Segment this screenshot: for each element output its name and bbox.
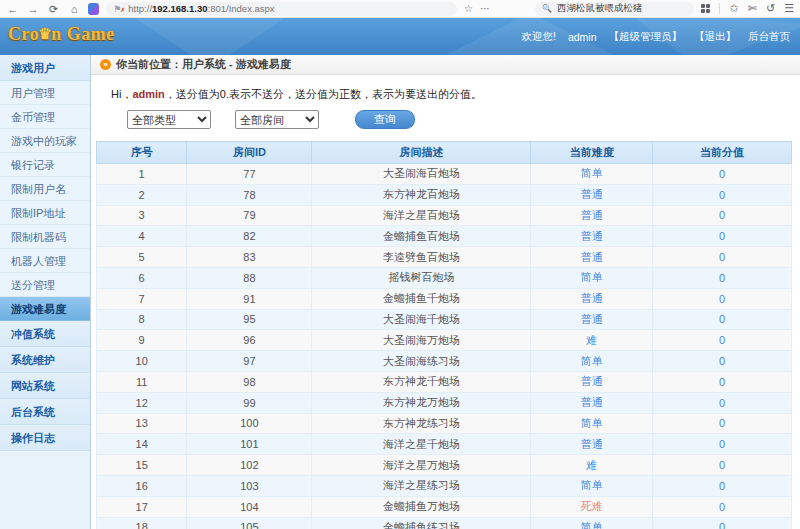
cell-score[interactable]: 0 xyxy=(652,496,791,517)
cell-serial: 7 xyxy=(97,288,187,309)
apps-grid-icon[interactable] xyxy=(701,4,711,14)
more-icon[interactable]: ⋯ xyxy=(480,3,490,14)
cell-score[interactable]: 0 xyxy=(652,309,791,330)
page: ← → ⟳ ⌂ ⚑ ✗ http://192.168.1.30:801/Inde… xyxy=(0,0,800,529)
sidebar-item-4[interactable]: 游戏中的玩家 xyxy=(0,129,90,153)
sidebar-item-10[interactable]: 送分管理 xyxy=(0,273,90,297)
cell-room-desc: 大圣闹海万炮场 xyxy=(312,330,531,351)
sidebar-item-7[interactable]: 限制IP地址 xyxy=(0,201,90,225)
table-row: 895大圣闹海千炮场普通0 xyxy=(97,309,792,330)
sidebar-item-15[interactable]: 后台系统 xyxy=(0,399,90,425)
cell-difficulty[interactable]: 普通 xyxy=(531,434,653,455)
cell-score[interactable]: 0 xyxy=(652,288,791,309)
bookmark-star-icon[interactable]: ☆ xyxy=(464,3,473,14)
table-row: 13100东方神龙练习场简单0 xyxy=(97,413,792,434)
table-row: 996大圣闹海万炮场难0 xyxy=(97,330,792,351)
scissors-icon[interactable]: ✄ xyxy=(748,2,757,15)
cell-difficulty[interactable]: 普通 xyxy=(531,288,653,309)
cell-difficulty[interactable]: 简单 xyxy=(531,267,653,288)
cell-score[interactable]: 0 xyxy=(652,475,791,496)
browser-action-icons: ✩ ✄ ↺ ☰ xyxy=(701,2,794,15)
sidebar-item-11[interactable]: 游戏难易度 xyxy=(0,297,90,321)
main-panel: » 你当前位置：用户系统 - 游戏难易度 Hi，admin，送分值为0.表示不送… xyxy=(91,55,800,529)
cell-difficulty[interactable]: 普通 xyxy=(531,205,653,226)
cell-score[interactable]: 0 xyxy=(652,330,791,351)
menu-icon[interactable]: ☰ xyxy=(784,2,794,15)
table-row: 16103海洋之星练习场简单0 xyxy=(97,475,792,496)
reload-icon[interactable]: ⟳ xyxy=(47,1,60,17)
browser-toolbar: ← → ⟳ ⌂ ⚑ ✗ http://192.168.1.30:801/Inde… xyxy=(0,0,800,18)
cell-difficulty[interactable]: 简单 xyxy=(531,351,653,372)
extension-icon[interactable] xyxy=(88,3,100,15)
cell-serial: 10 xyxy=(97,351,187,372)
cell-difficulty[interactable]: 死难 xyxy=(531,496,653,517)
table-row: 14101海洋之星千炮场普通0 xyxy=(97,434,792,455)
site-security-icon[interactable]: ⚑ ✗ xyxy=(113,4,123,14)
cell-difficulty[interactable]: 难 xyxy=(531,330,653,351)
forward-icon[interactable]: → xyxy=(26,1,39,17)
cell-difficulty[interactable]: 普通 xyxy=(531,247,653,268)
cell-serial: 8 xyxy=(97,309,187,330)
sidebar-item-16[interactable]: 操作日志 xyxy=(0,425,90,451)
cell-difficulty[interactable]: 普通 xyxy=(531,309,653,330)
cell-room-desc: 金蟾捕鱼练习场 xyxy=(312,517,531,529)
cell-room-desc: 东方神龙千炮场 xyxy=(312,371,531,392)
sidebar-item-1[interactable]: 游戏用户 xyxy=(0,55,90,81)
search-icon: 🔍 xyxy=(542,4,552,13)
query-button[interactable]: 查询 xyxy=(355,110,415,129)
home-icon[interactable]: ⌂ xyxy=(67,1,80,17)
cell-difficulty[interactable]: 简单 xyxy=(531,164,653,185)
cell-score[interactable]: 0 xyxy=(652,267,791,288)
table-row: 1198东方神龙千炮场普通0 xyxy=(97,371,792,392)
cell-score[interactable]: 0 xyxy=(652,392,791,413)
cell-difficulty[interactable]: 难 xyxy=(531,455,653,476)
column-header: 当前分值 xyxy=(652,142,791,164)
sidebar-item-2[interactable]: 用户管理 xyxy=(0,81,90,105)
undo-icon[interactable]: ↺ xyxy=(766,2,775,15)
cell-score[interactable]: 0 xyxy=(652,184,791,205)
backend-home-link[interactable]: 后台首页 xyxy=(748,30,790,44)
cell-score[interactable]: 0 xyxy=(652,351,791,372)
back-icon[interactable]: ← xyxy=(6,1,19,17)
cell-score[interactable]: 0 xyxy=(652,517,791,529)
breadcrumb: » 你当前位置：用户系统 - 游戏难易度 xyxy=(91,55,800,75)
favorites-edit-icon[interactable]: ✩ xyxy=(729,2,738,15)
logout-link[interactable]: 【退出】 xyxy=(694,30,736,44)
cell-score[interactable]: 0 xyxy=(652,434,791,455)
cell-score[interactable]: 0 xyxy=(652,455,791,476)
cell-difficulty[interactable]: 简单 xyxy=(531,517,653,529)
sidebar-item-5[interactable]: 银行记录 xyxy=(0,153,90,177)
sidebar-item-12[interactable]: 冲值系统 xyxy=(0,321,90,347)
cell-difficulty[interactable]: 普通 xyxy=(531,392,653,413)
cell-serial: 14 xyxy=(97,434,187,455)
username: admin xyxy=(568,31,597,43)
room-select[interactable]: 全部房间 xyxy=(235,110,319,129)
sidebar-item-13[interactable]: 系统维护 xyxy=(0,347,90,373)
sidebar-item-8[interactable]: 限制机器码 xyxy=(0,225,90,249)
cell-serial: 3 xyxy=(97,205,187,226)
cell-room-id: 79 xyxy=(187,205,312,226)
cell-difficulty[interactable]: 简单 xyxy=(531,413,653,434)
type-select[interactable]: 全部类型 xyxy=(127,110,211,129)
cell-serial: 16 xyxy=(97,475,187,496)
table-row: 1299东方神龙万炮场普通0 xyxy=(97,392,792,413)
sidebar-item-14[interactable]: 网站系统 xyxy=(0,373,90,399)
cell-difficulty[interactable]: 简单 xyxy=(531,475,653,496)
sidebar-item-9[interactable]: 机器人管理 xyxy=(0,249,90,273)
cell-score[interactable]: 0 xyxy=(652,164,791,185)
cell-difficulty[interactable]: 普通 xyxy=(531,184,653,205)
cell-score[interactable]: 0 xyxy=(652,205,791,226)
cell-score[interactable]: 0 xyxy=(652,371,791,392)
address-bar[interactable]: ⚑ ✗ http://192.168.1.30:801/Index.aspx xyxy=(106,2,457,16)
browser-search-box[interactable]: 🔍 西湖松鼠被喂成松猪 xyxy=(535,2,694,16)
cell-score[interactable]: 0 xyxy=(652,413,791,434)
cell-score[interactable]: 0 xyxy=(652,226,791,247)
cell-score[interactable]: 0 xyxy=(652,247,791,268)
cell-difficulty[interactable]: 普通 xyxy=(531,371,653,392)
app-logo: Cro♛n Game xyxy=(8,24,115,45)
sidebar-item-3[interactable]: 金币管理 xyxy=(0,105,90,129)
column-header: 序号 xyxy=(97,142,187,164)
cell-difficulty[interactable]: 普通 xyxy=(531,226,653,247)
sidebar-item-6[interactable]: 限制用户名 xyxy=(0,177,90,201)
table-row: 688摇钱树百炮场简单0 xyxy=(97,267,792,288)
